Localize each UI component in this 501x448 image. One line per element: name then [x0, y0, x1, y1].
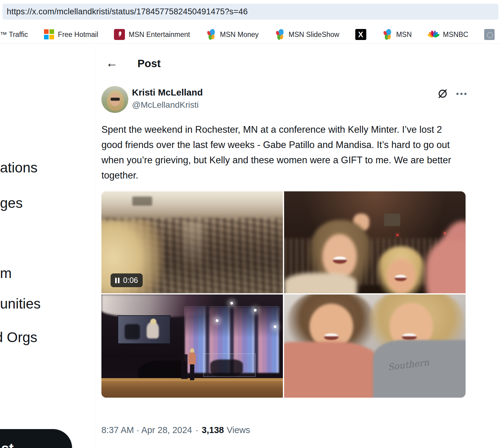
art	[333, 257, 347, 264]
avatar[interactable]	[101, 86, 128, 113]
meta-separator: ·	[196, 425, 199, 435]
bookmark-label: MSN SlideShow	[289, 31, 339, 39]
msnbc-peacock-icon	[428, 29, 439, 40]
views-count: 3,138	[202, 425, 224, 435]
post-meta: 8:37 AM · Apr 28, 2024 · 3,138 Views	[101, 425, 250, 435]
art	[190, 364, 194, 380]
bookmark-x[interactable]: X	[355, 29, 366, 40]
projection-screen-art	[118, 315, 170, 344]
avatar-sunglasses-art	[111, 98, 120, 101]
post-photo-outdoor-selfie[interactable]: Southern	[284, 294, 466, 398]
media-grid: 0:06	[101, 191, 466, 398]
views-label: Views	[227, 425, 250, 435]
art	[402, 334, 417, 340]
bookmark-msn-money[interactable]: MSN Money	[206, 29, 259, 40]
art	[373, 340, 466, 398]
speaker-art	[188, 348, 197, 380]
art	[324, 334, 339, 340]
author-name[interactable]: Kristi McLelland	[132, 87, 203, 98]
video-duration: 0:06	[123, 276, 138, 285]
bookmarks-bar: ™ Traffic Free Hotmail MSN Entertainment…	[0, 26, 501, 44]
grok-actions-button[interactable]	[437, 88, 449, 100]
msn-butterfly-icon	[275, 29, 285, 40]
post-page: ← Post Kristi McLelland @McLellandKristi	[95, 46, 501, 448]
msn-butterfly-icon	[206, 29, 216, 40]
post-video[interactable]: 0:06	[101, 191, 283, 293]
tweet-text: Spent the weekend in Rochester, MN at a …	[101, 122, 459, 183]
bookmark-msn[interactable]: MSN	[382, 29, 412, 40]
bookmark-msnbc[interactable]: MSNBC	[428, 29, 468, 40]
sidebar-item-verified-orgs-fragment[interactable]: d Orgs	[0, 329, 37, 345]
art	[284, 273, 357, 293]
sidebar-item-notifications-fragment[interactable]: ations	[0, 159, 38, 176]
microsoft-icon	[44, 29, 54, 40]
art	[384, 214, 400, 226]
app-content: e ations ges m unities d Orgs st ← Post …	[0, 46, 501, 448]
browser-window: https://x.com/mclellandkristi/status/178…	[0, 0, 501, 448]
url-bar[interactable]: https://x.com/mclellandkristi/status/178…	[2, 4, 499, 20]
pause-icon	[115, 278, 119, 283]
bookmark-label: MSN Entertainment	[129, 31, 190, 39]
left-sidebar: e ations ges m unities d Orgs st	[0, 46, 95, 448]
bookmark-label: MSN Money	[220, 31, 259, 39]
art	[188, 352, 196, 365]
art	[397, 234, 398, 236]
dot-icon	[456, 93, 459, 95]
bookmark-msn-slideshow[interactable]: MSN SlideShow	[275, 29, 339, 40]
art	[132, 197, 152, 206]
art	[284, 342, 382, 398]
art	[230, 302, 233, 305]
art	[183, 222, 203, 271]
art	[395, 275, 407, 281]
sidebar-item-premium-fragment[interactable]: m	[0, 265, 12, 281]
post-button-label-fragment: st	[1, 440, 14, 448]
back-arrow-icon: ←	[106, 56, 118, 70]
art	[101, 191, 283, 216]
video-duration-badge: 0:06	[111, 273, 143, 287]
bookmark-label: MSN	[396, 31, 412, 39]
post-datetime: 8:37 AM · Apr 28, 2024	[101, 425, 192, 435]
art	[426, 240, 466, 293]
gray-square-icon	[484, 29, 495, 40]
art	[210, 359, 243, 376]
art	[138, 360, 187, 378]
author-handle[interactable]: @McLellandKristi	[132, 100, 199, 110]
more-menu-button[interactable]	[456, 93, 466, 95]
art	[150, 319, 156, 325]
bookmark-free-hotmail[interactable]: Free Hotmail	[44, 29, 98, 40]
post-photo-stage[interactable]	[101, 294, 283, 398]
bookmark-label: MSNBC	[443, 31, 468, 39]
bookmark-label: ™ Traffic	[0, 31, 28, 39]
x-logo-icon: X	[355, 29, 366, 40]
msn-entertainment-icon	[114, 29, 125, 40]
dot-icon	[464, 93, 466, 95]
art	[125, 324, 140, 339]
dot-icon	[460, 93, 463, 95]
back-button[interactable]: ←	[106, 57, 118, 69]
grok-slashed-circle-icon	[437, 88, 448, 99]
bookmark-unknown[interactable]	[484, 29, 495, 40]
art	[181, 354, 187, 379]
post-button[interactable]: st	[0, 429, 72, 448]
post-photo-selfie-audience[interactable]	[284, 191, 466, 293]
bookmark-label: Free Hotmail	[58, 31, 98, 39]
msn-butterfly-icon	[382, 29, 393, 40]
art	[101, 381, 283, 398]
page-title: Post	[137, 57, 161, 70]
sidebar-item-messages-fragment[interactable]: ges	[0, 195, 23, 211]
url-text: https://x.com/mclellandkristi/status/178…	[7, 7, 248, 16]
bookmark-msn-entertainment[interactable]: MSN Entertainment	[114, 29, 190, 40]
sidebar-item-communities-fragment[interactable]: unities	[0, 295, 41, 312]
bookmark-traffic[interactable]: ™ Traffic	[0, 31, 28, 39]
